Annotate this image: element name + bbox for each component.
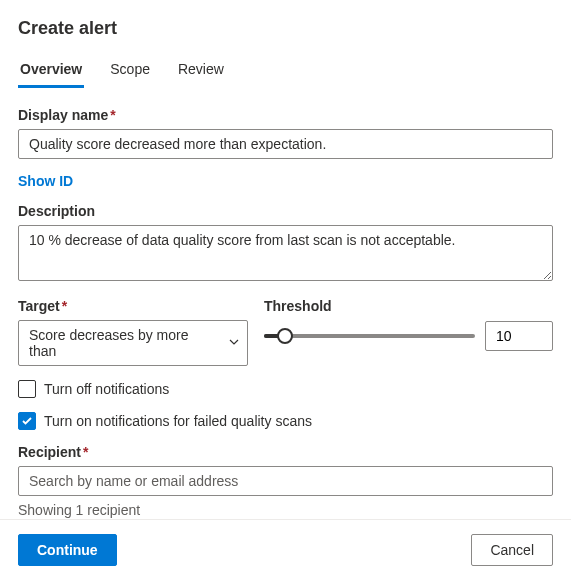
target-select[interactable]: Score decreases by more than: [18, 320, 248, 366]
target-select-wrap: Score decreases by more than: [18, 320, 248, 366]
recipient-label-text: Recipient: [18, 444, 81, 460]
required-marker: *: [83, 444, 88, 460]
turn-off-notifications-checkbox[interactable]: Turn off notifications: [18, 380, 553, 398]
show-id-link[interactable]: Show ID: [18, 173, 73, 189]
description-field: Description 10 % decrease of data qualit…: [18, 203, 553, 284]
recipient-input[interactable]: [18, 466, 553, 496]
display-name-label: Display name*: [18, 107, 553, 123]
turn-off-notifications-label: Turn off notifications: [44, 381, 169, 397]
recipient-field: Recipient* Showing 1 recipient: [18, 444, 553, 518]
turn-on-failed-scans-label: Turn on notifications for failed quality…: [44, 413, 312, 429]
display-name-input[interactable]: [18, 129, 553, 159]
target-label: Target*: [18, 298, 248, 314]
recipient-status: Showing 1 recipient: [18, 502, 553, 518]
required-marker: *: [110, 107, 115, 123]
description-input[interactable]: 10 % decrease of data quality score from…: [18, 225, 553, 281]
cancel-button[interactable]: Cancel: [471, 534, 553, 566]
continue-button[interactable]: Continue: [18, 534, 117, 566]
tab-review[interactable]: Review: [176, 55, 226, 88]
required-marker: *: [62, 298, 67, 314]
tab-bar: Overview Scope Review: [18, 55, 553, 89]
target-field: Target* Score decreases by more than: [18, 298, 248, 366]
threshold-slider-row: [264, 320, 553, 352]
tab-overview[interactable]: Overview: [18, 55, 84, 88]
threshold-label: Threshold: [264, 298, 553, 314]
display-name-label-text: Display name: [18, 107, 108, 123]
page-title: Create alert: [18, 18, 553, 39]
slider-rail: [264, 334, 475, 338]
tab-scope[interactable]: Scope: [108, 55, 152, 88]
description-label: Description: [18, 203, 553, 219]
checkbox-unchecked: [18, 380, 36, 398]
display-name-field: Display name*: [18, 107, 553, 159]
recipient-label: Recipient*: [18, 444, 553, 460]
slider-thumb[interactable]: [277, 328, 293, 344]
target-threshold-row: Target* Score decreases by more than Thr…: [18, 298, 553, 366]
footer-bar: Continue Cancel: [0, 519, 571, 580]
threshold-slider[interactable]: [264, 320, 475, 352]
turn-on-failed-scans-checkbox[interactable]: Turn on notifications for failed quality…: [18, 412, 553, 430]
threshold-field: Threshold: [264, 298, 553, 366]
target-label-text: Target: [18, 298, 60, 314]
checkbox-checked: [18, 412, 36, 430]
threshold-value-input[interactable]: [485, 321, 553, 351]
